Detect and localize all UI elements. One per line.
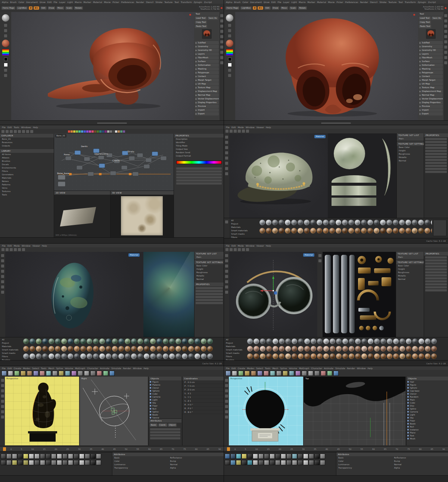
- material-sphere-row[interactable]: [247, 353, 445, 359]
- channel-row[interactable]: Roughness: [397, 152, 424, 156]
- menu-item[interactable]: Volume: [289, 367, 297, 370]
- material-swatch[interactable]: [74, 454, 79, 459]
- quick-mask-icon[interactable]: [1, 280, 4, 283]
- material-sphere[interactable]: [118, 339, 124, 344]
- menu-item[interactable]: Material: [317, 1, 326, 3]
- color-swatch[interactable]: [115, 130, 117, 133]
- property-row[interactable]: Random Seed: [174, 151, 224, 154]
- material-sphere[interactable]: [74, 339, 80, 344]
- coordinate-row[interactable]: P . Y 0 cm: [183, 384, 224, 388]
- smudge-icon[interactable]: [1, 270, 4, 273]
- menu-item[interactable]: Mode: [14, 244, 20, 247]
- material-sphere[interactable]: [175, 353, 181, 359]
- toolbar-icon[interactable]: [46, 371, 51, 376]
- material-sphere[interactable]: [336, 346, 342, 352]
- fill-icon[interactable]: [1, 265, 4, 268]
- menu-item[interactable]: Edit: [231, 126, 236, 129]
- material-sphere[interactable]: [188, 339, 194, 344]
- menu-item[interactable]: Modes: [247, 367, 254, 370]
- menu-item[interactable]: Render: [360, 1, 368, 3]
- material-sphere[interactable]: [266, 353, 272, 359]
- subpalette-row[interactable]: Masking: [419, 67, 443, 71]
- material-sphere[interactable]: [361, 220, 367, 225]
- material-sphere[interactable]: [175, 339, 181, 344]
- toolbar-icon[interactable]: [333, 371, 339, 376]
- viewport-label[interactable]: Top: [305, 377, 309, 380]
- material-sphere[interactable]: [80, 346, 86, 352]
- material-sphere[interactable]: [412, 346, 418, 352]
- menu-item[interactable]: Windows: [21, 126, 31, 129]
- material-swatch[interactable]: [247, 460, 252, 465]
- material-sphere[interactable]: [329, 220, 335, 225]
- material-sphere[interactable]: [425, 339, 430, 344]
- material-sphere[interactable]: [393, 346, 399, 352]
- swatch-secondary-icon[interactable]: [228, 63, 231, 67]
- texture-set-list-title[interactable]: TEXTURE SET LIST: [195, 252, 224, 256]
- material-sphere[interactable]: [304, 339, 310, 344]
- menu-item[interactable]: Window: [357, 367, 366, 370]
- material-swatch[interactable]: [225, 460, 230, 465]
- menu-item[interactable]: Zplugin: [418, 1, 426, 3]
- toolbar-icon[interactable]: [90, 371, 96, 376]
- record-icon[interactable]: [445, 7, 447, 9]
- material-swatch[interactable]: [320, 460, 325, 465]
- material-sphere[interactable]: [266, 346, 272, 352]
- library-item[interactable]: Environments: [0, 166, 54, 170]
- menu-item[interactable]: Window: [22, 244, 31, 247]
- object-row[interactable]: Null: [407, 425, 448, 428]
- material-sphere[interactable]: [285, 353, 291, 359]
- subpalette-row[interactable]: Contact: [419, 75, 443, 78]
- object-row[interactable]: Instance: [407, 428, 448, 431]
- menu-item[interactable]: Texture: [164, 1, 172, 3]
- graph-tab[interactable]: Bone_01: [55, 134, 66, 138]
- material-sphere[interactable]: [336, 339, 342, 344]
- material-sphere[interactable]: [399, 339, 405, 344]
- material-swatch[interactable]: [29, 454, 34, 459]
- material-sphere[interactable]: [323, 353, 329, 359]
- coordinates-title[interactable]: Coordinates: [183, 377, 224, 380]
- material-sphere[interactable]: [342, 339, 348, 344]
- material-sphere[interactable]: [29, 353, 35, 359]
- attribute-rows[interactable]: [149, 428, 181, 439]
- menu-item[interactable]: Edit: [271, 1, 276, 3]
- material-row[interactable]: [1, 460, 111, 465]
- material-sphere[interactable]: [163, 346, 168, 352]
- explorer-item[interactable]: Resources: [0, 141, 54, 144]
- material-swatch[interactable]: [46, 460, 51, 465]
- planet-egg-model[interactable]: [48, 260, 97, 331]
- object-row[interactable]: Floor: [149, 404, 181, 407]
- coordinate-row[interactable]: S . X 1: [183, 392, 224, 395]
- zbrush-canvas[interactable]: [11, 12, 194, 120]
- color-swatch[interactable]: [81, 130, 83, 133]
- toolbar-icon[interactable]: [308, 371, 313, 376]
- menu-item[interactable]: Alpha: [226, 1, 232, 3]
- toolbar-icon[interactable]: [314, 371, 320, 376]
- color-swatch[interactable]: [89, 130, 91, 133]
- object-row[interactable]: Plane: [407, 431, 448, 434]
- lightbox-button[interactable]: LightBox: [16, 6, 28, 10]
- material-sphere[interactable]: [330, 339, 335, 344]
- material-sphere[interactable]: [175, 346, 181, 352]
- color-swatch[interactable]: [71, 130, 73, 133]
- object-row[interactable]: Spline: [149, 410, 181, 413]
- alpha-icon[interactable]: [4, 29, 7, 32]
- clone-icon[interactable]: [1, 275, 4, 278]
- object-row[interactable]: Camera: [149, 395, 181, 398]
- material-sphere[interactable]: [424, 220, 430, 225]
- texture-set-list-title[interactable]: TEXTURE SET LIST: [396, 252, 424, 256]
- material-swatch[interactable]: [320, 454, 325, 459]
- menu-item[interactable]: MoGraph: [299, 367, 309, 370]
- swatch-secondary-icon[interactable]: [4, 63, 7, 67]
- material-row[interactable]: [1, 454, 111, 459]
- material-sphere[interactable]: [310, 228, 316, 234]
- material-sphere[interactable]: [298, 353, 304, 359]
- material-swatch[interactable]: [51, 454, 56, 459]
- toolbar-icon[interactable]: [71, 371, 77, 376]
- menu-item[interactable]: File: [2, 367, 6, 370]
- alpha-icon[interactable]: [228, 29, 231, 32]
- coordinate-row[interactable]: S . Y 1: [183, 395, 224, 399]
- menu-item[interactable]: Mode: [238, 126, 244, 129]
- material-swatch[interactable]: [230, 454, 236, 459]
- shelf-category[interactable]: Materials: [224, 345, 246, 348]
- material-channel[interactable]: Luminance: [336, 463, 392, 466]
